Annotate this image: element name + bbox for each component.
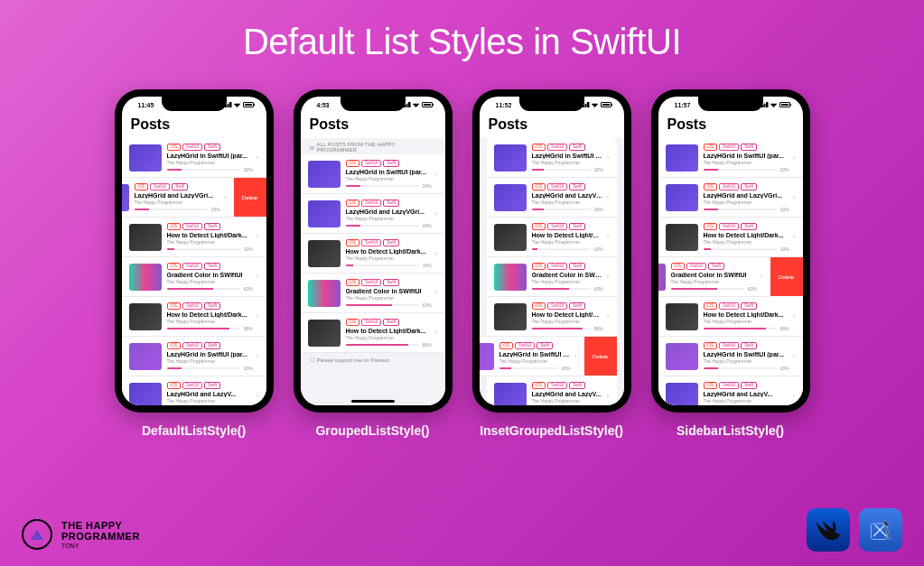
delete-button[interactable]: Delete bbox=[770, 257, 803, 296]
phone-notch bbox=[519, 97, 584, 111]
post-thumbnail bbox=[666, 144, 698, 172]
progress-bar bbox=[167, 288, 240, 290]
phone-caption: InsetGroupedListStyle() bbox=[480, 423, 623, 438]
progress-pct: 20% bbox=[780, 167, 789, 172]
list-item[interactable]: iOSSwiftUISwift How to Detect Light/Dark… bbox=[658, 218, 803, 257]
list-item[interactable]: iOSSwiftUISwift How to Detect Light/Dark… bbox=[122, 218, 266, 257]
progress-bar bbox=[135, 209, 208, 210]
phone-column: 11:57 Posts iOSSwiftUISwift LazyHGrid in… bbox=[651, 89, 810, 438]
chevron-right-icon: › bbox=[257, 352, 259, 360]
progress-pct: 20% bbox=[562, 366, 571, 371]
post-thumbnail bbox=[308, 200, 341, 227]
list-item[interactable]: iOSSwiftUISwift LazyHGrid and LazyVGri..… bbox=[122, 178, 234, 218]
row-content: iOSSwiftUISwift LazyHGrid in SwiftUI (pa… bbox=[704, 342, 789, 371]
progress-pct: 20% bbox=[211, 207, 220, 212]
tag: iOS bbox=[704, 382, 718, 389]
progress-pct: 20% bbox=[780, 207, 789, 212]
row-content: iOSSwiftUISwift How to Detect Light/Dark… bbox=[704, 223, 789, 252]
post-thumbnail bbox=[308, 280, 341, 307]
list-item[interactable]: iOSSwiftUISwift How to Detect Light/Dark… bbox=[301, 313, 445, 353]
tag: SwiftUI bbox=[547, 223, 567, 230]
tag: SwiftUI bbox=[547, 382, 567, 389]
progress-pct: 10% bbox=[780, 246, 789, 252]
phone-column: 4:53 Posts ✉ ALL POSTS FROM THE HAPPY PR… bbox=[294, 89, 453, 438]
list-item[interactable]: iOSSwiftUISwift LazyHGrid and LazyVGri..… bbox=[487, 178, 617, 218]
progress-bar bbox=[532, 209, 591, 210]
progress-pct: 86% bbox=[594, 326, 603, 331]
post-thumbnail bbox=[308, 320, 341, 347]
delete-button[interactable]: Delete bbox=[584, 337, 617, 376]
list-area[interactable]: iOSSwiftUISwift LazyHGrid in SwiftUI (pa… bbox=[122, 138, 266, 405]
post-author: The Happy Programmer bbox=[167, 398, 253, 404]
tag: iOS bbox=[532, 302, 546, 310]
chevron-right-icon: › bbox=[793, 193, 796, 201]
progress-row: 86% bbox=[167, 326, 253, 331]
list-item[interactable]: iOSSwiftUISwift Gradient Color in SWIftU… bbox=[487, 257, 617, 297]
list-item[interactable]: iOSSwiftUISwift Gradient Color in SWIftU… bbox=[122, 257, 266, 297]
progress-bar bbox=[167, 248, 240, 250]
post-author: The Happy Programmer bbox=[671, 279, 757, 284]
list-item[interactable]: iOSSwiftUISwift Gradient Color in SWIftU… bbox=[658, 257, 770, 297]
post-author: The Happy Programmer bbox=[532, 160, 603, 165]
progress-bar bbox=[346, 185, 419, 187]
tag-row: iOSSwiftUISwift bbox=[499, 342, 571, 349]
progress-row: 20% bbox=[704, 207, 789, 212]
progress-row: 63% bbox=[671, 286, 757, 292]
list-item[interactable]: iOSSwiftUISwift LazyHGrid and LazyV... T… bbox=[658, 376, 803, 405]
wifi-icon bbox=[770, 102, 778, 107]
progress-pct: 86% bbox=[423, 342, 432, 348]
list-item[interactable]: iOSSwiftUISwift LazyHGrid in SwiftUI (pa… bbox=[480, 337, 584, 376]
list-area[interactable]: ✉ ALL POSTS FROM THE HAPPY PROGRAMMER iO… bbox=[301, 138, 445, 405]
post-title: LazyHGrid and LazyVGri... bbox=[704, 192, 789, 199]
list-item[interactable]: iOSSwiftUISwift LazyHGrid in SwiftUI (pa… bbox=[301, 154, 445, 194]
progress-bar bbox=[532, 288, 591, 290]
progress-pct: 20% bbox=[594, 207, 603, 212]
tag: SwiftUI bbox=[361, 279, 381, 286]
list-item[interactable]: iOSSwiftUISwift LazyHGrid and LazyVGri..… bbox=[658, 178, 803, 218]
post-thumbnail bbox=[129, 224, 162, 251]
list-item[interactable]: iOSSwiftUISwift How to Detect Light/Dark… bbox=[658, 297, 803, 337]
chevron-right-icon: › bbox=[435, 329, 438, 337]
post-author: The Happy Programmer bbox=[167, 239, 253, 245]
tag: Swift bbox=[204, 223, 220, 230]
phone-screen: 11:45 Posts iOSSwiftUISwift LazyHGrid in… bbox=[122, 97, 266, 405]
post-title: Gradient Color in SWIftUI bbox=[167, 272, 253, 278]
post-title: LazyHGrid in SwiftUI (par... bbox=[167, 153, 253, 159]
status-time: 11:52 bbox=[496, 102, 512, 108]
progress-bar bbox=[346, 344, 419, 346]
progress-bar bbox=[704, 209, 777, 210]
list-item[interactable]: iOSSwiftUISwift LazyHGrid in SwiftUI (pa… bbox=[122, 138, 266, 178]
list-item[interactable]: iOSSwiftUISwift LazyHGrid and LazyVGri..… bbox=[301, 194, 445, 234]
list-item[interactable]: iOSSwiftUISwift How to Detect Light/Dark… bbox=[122, 297, 266, 337]
list-item[interactable]: iOSSwiftUISwift LazyHGrid in SwiftUI (pa… bbox=[658, 337, 803, 376]
tag: iOS bbox=[704, 223, 718, 230]
list-area[interactable]: iOSSwiftUISwift LazyHGrid in SwiftUI (pa… bbox=[480, 138, 624, 405]
list-item[interactable]: iOSSwiftUISwift LazyHGrid in SwiftUI (pa… bbox=[122, 337, 266, 376]
list-item[interactable]: iOSSwiftUISwift Gradient Color in SWIftU… bbox=[301, 274, 445, 313]
phone-column: 11:52 Posts iOSSwiftUISwift LazyHGrid in… bbox=[472, 89, 631, 438]
tag: iOS bbox=[704, 183, 718, 190]
link-icon: ☐ bbox=[310, 357, 314, 363]
list-area[interactable]: iOSSwiftUISwift LazyHGrid in SwiftUI (pa… bbox=[658, 138, 803, 405]
list-item[interactable]: iOSSwiftUISwift How to Detect Light/Dark… bbox=[301, 234, 445, 274]
tag-row: iOSSwiftUISwift bbox=[532, 302, 603, 310]
list-item[interactable]: iOSSwiftUISwift LazyHGrid and LazyV... T… bbox=[122, 376, 266, 405]
envelope-icon: ✉ bbox=[310, 144, 314, 151]
list-item[interactable]: iOSSwiftUISwift How to Detect Light/Dark… bbox=[487, 297, 617, 337]
post-thumbnail bbox=[308, 240, 341, 267]
list-item[interactable]: iOSSwiftUISwift LazyHGrid in SwiftUI (pa… bbox=[658, 138, 803, 178]
tag: Swift bbox=[741, 183, 757, 190]
delete-button[interactable]: Delete bbox=[234, 178, 266, 217]
tag: SwiftUI bbox=[182, 342, 202, 349]
progress-pct: 20% bbox=[423, 183, 432, 189]
phone-caption: DefaultListStyle() bbox=[142, 423, 246, 438]
list-item[interactable]: iOSSwiftUISwift LazyHGrid and LazyV... T… bbox=[487, 376, 617, 405]
nav-title: Posts bbox=[301, 113, 445, 138]
progress-row: 10% bbox=[704, 246, 789, 252]
tag: SwiftUI bbox=[547, 144, 567, 151]
progress-pct: 86% bbox=[780, 326, 789, 331]
list-item[interactable]: iOSSwiftUISwift LazyHGrid in SwiftUI (pa… bbox=[487, 138, 617, 178]
progress-row: 20% bbox=[704, 366, 789, 371]
post-author: The Happy Programmer bbox=[532, 319, 603, 324]
list-item[interactable]: iOSSwiftUISwift How to Detect Light/Dark… bbox=[487, 218, 617, 257]
